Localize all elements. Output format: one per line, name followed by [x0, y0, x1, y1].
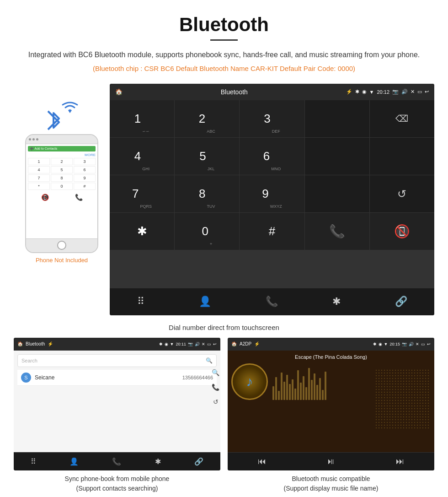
- phone-dot-2: [32, 138, 35, 140]
- phonebook-screen: 🏠 Bluetooth ⚡ ✱ ◉ ▼ 20:11 📷 🔊 ✕ ▭ ↩: [14, 338, 220, 470]
- pb-usb-icon: ⚡: [48, 341, 53, 346]
- phone-dot-3: [36, 138, 38, 140]
- phone-not-included-label: Phone Not Included: [36, 257, 88, 264]
- viz-bar: [286, 375, 288, 400]
- search-icon: 🔍: [206, 357, 213, 364]
- volume-icon: 🔊: [401, 89, 408, 95]
- usb-icon: ⚡: [346, 89, 352, 95]
- play-pause-icon[interactable]: ⏯: [327, 457, 335, 466]
- pb-bottom-user[interactable]: 👤: [69, 457, 79, 466]
- sidebar-search-icon[interactable]: 🔍: [212, 369, 219, 376]
- ms-loc-icon: ◉: [379, 342, 382, 346]
- grid-icon[interactable]: ⠿: [137, 296, 144, 308]
- dial-key-3[interactable]: 3DEF: [240, 100, 304, 137]
- phone-screen: ➕ Add to Contacts MORE 1 2 3 4 5 6 7 8 9…: [26, 144, 97, 238]
- phone-contact-bar: ➕ Add to Contacts: [28, 146, 96, 151]
- phone-image: ➕ Add to Contacts MORE 1 2 3 4 5 6 7 8 9…: [25, 134, 98, 253]
- phone-key-5: 5: [51, 166, 73, 173]
- pb-bottom-grid[interactable]: ⠿: [31, 457, 36, 466]
- dial-key-hash[interactable]: #: [240, 213, 304, 250]
- dial-refresh-cell[interactable]: ↺: [370, 175, 434, 212]
- pb-bottom-phone[interactable]: 📞: [112, 457, 121, 466]
- search-bar[interactable]: Search 🔍: [17, 354, 217, 367]
- dial-key-4[interactable]: 4GHI: [110, 138, 174, 175]
- description: Integrated with BC6 Bluetooth module, su…: [18, 49, 430, 61]
- pb-bottom-link[interactable]: 🔗: [194, 457, 203, 466]
- dial-key-7[interactable]: 7PQRS: [110, 175, 174, 212]
- pb-status-right: ✱ ◉ ▼ 20:11 📷 🔊 ✕ ▭ ↩: [159, 342, 217, 346]
- phone-end-icon: 📵: [41, 194, 49, 201]
- music-note-icon: ♪: [246, 374, 253, 389]
- phone-icon[interactable]: 📞: [266, 296, 278, 308]
- home-icon: 🏠: [115, 88, 123, 95]
- dial-key-9[interactable]: 9WXYZ: [240, 175, 304, 212]
- bottom-screenshots: 🏠 Bluetooth ⚡ ✱ ◉ ▼ 20:11 📷 🔊 ✕ ▭ ↩: [0, 338, 448, 493]
- music-controls[interactable]: ⏮ ⏯ ⏭: [228, 452, 434, 470]
- viz-bar: [300, 383, 302, 400]
- viz-bar: [305, 387, 307, 400]
- ms-status-left: 🏠 A2DP ⚡: [231, 341, 260, 346]
- phone-key-9: 9: [74, 174, 96, 182]
- phone-action-row: 📵 📞: [28, 194, 96, 201]
- viz-bar: [297, 370, 299, 400]
- phone-top-bar: [26, 135, 97, 144]
- viz-bar: [294, 389, 296, 400]
- link-icon[interactable]: 🔗: [395, 296, 407, 308]
- pb-bottom-bt[interactable]: ✱: [155, 457, 161, 466]
- phone-key-0: 0: [51, 183, 73, 190]
- person-icon[interactable]: 👤: [199, 296, 211, 308]
- phonebook-sidebar: 🔍 📞 ↺: [212, 369, 219, 405]
- phone-key-6: 6: [74, 166, 96, 173]
- dial-key-5[interactable]: 5JKL: [175, 138, 239, 175]
- music-status-bar: 🏠 A2DP ⚡ ✱ ◉ ▼ 20:15 📷 🔊 ✕ ▭ ↩: [228, 338, 434, 351]
- wifi-icon: [60, 97, 80, 118]
- dial-key-1[interactable]: 1∽∽: [110, 100, 174, 137]
- dial-key-2[interactable]: 2ABC: [175, 100, 239, 137]
- ms-x-icon: ✕: [416, 342, 419, 346]
- phonebook-screenshot-block: 🏠 Bluetooth ⚡ ✱ ◉ ▼ 20:11 📷 🔊 ✕ ▭ ↩: [14, 338, 220, 493]
- ms-vol-icon: 🔊: [409, 342, 414, 346]
- dial-call-green-cell[interactable]: 📞: [305, 213, 369, 250]
- viz-bar: [292, 379, 293, 400]
- pb-home-icon: 🏠: [17, 341, 23, 346]
- phone-key-star: *: [28, 183, 50, 190]
- screen-bottom-bar: ⠿ 👤 📞 ✱ 🔗: [110, 288, 434, 315]
- phone-key-8: 8: [51, 174, 73, 182]
- phone-key-1: 1: [28, 158, 50, 165]
- phone-key-3: 3: [74, 158, 96, 165]
- bt-wifi-icon-group: [43, 97, 80, 134]
- pb-cam-icon: 📷: [188, 342, 193, 346]
- dial-call-red-cell[interactable]: 📵: [370, 213, 434, 250]
- ms-back-icon: ↩: [427, 342, 431, 346]
- phone-dial-grid: 1 2 3 4 5 6 7 8 9 * 0 #: [28, 158, 96, 190]
- back-icon: ↩: [425, 89, 429, 95]
- viz-bar: [322, 390, 324, 400]
- contact-row: S Seicane 13566664466: [17, 370, 217, 386]
- header-section: Bluetooth Integrated with BC6 Bluetooth …: [0, 0, 448, 84]
- dial-key-0[interactable]: 0+: [175, 213, 239, 250]
- dial-key-6[interactable]: 6MNO: [240, 138, 304, 175]
- dial-key-star[interactable]: ✱: [110, 213, 174, 250]
- pb-vol-icon: 🔊: [195, 342, 200, 346]
- phone-bottom: [26, 238, 97, 252]
- pb-back-icon: ↩: [213, 342, 217, 346]
- sidebar-refresh-icon[interactable]: ↺: [213, 398, 219, 405]
- sidebar-call-icon[interactable]: 📞: [212, 384, 219, 391]
- end-call-icon: 📵: [394, 224, 410, 239]
- next-icon[interactable]: ⏭: [396, 457, 404, 466]
- dial-backspace-cell[interactable]: ⌫: [370, 100, 434, 137]
- ms-win-icon: ▭: [421, 342, 425, 346]
- song-title: Escape (The Pina Colada Song): [231, 354, 431, 360]
- bt-icon[interactable]: ✱: [332, 296, 341, 308]
- dial-empty-2: [305, 138, 369, 175]
- main-touchscreen[interactable]: 🏠 Bluetooth ⚡ ✱ ◉ ▼ 20:12 📷 🔊 ✕ ▭ ↩ 1∽∽: [110, 84, 434, 315]
- ms-time: 20:15: [389, 342, 400, 346]
- contact-name: Seicane: [35, 374, 182, 381]
- viz-bar: [316, 385, 318, 400]
- call-icon: 📞: [329, 224, 345, 239]
- dial-key-8[interactable]: 8TUV: [175, 175, 239, 212]
- time-display: 20:12: [377, 89, 389, 95]
- prev-icon[interactable]: ⏮: [258, 457, 266, 466]
- backspace-icon: ⌫: [395, 113, 408, 124]
- dial-pad[interactable]: 1∽∽ 2ABC 3DEF ⌫ 4GHI 5JKL 6MNO: [110, 100, 434, 288]
